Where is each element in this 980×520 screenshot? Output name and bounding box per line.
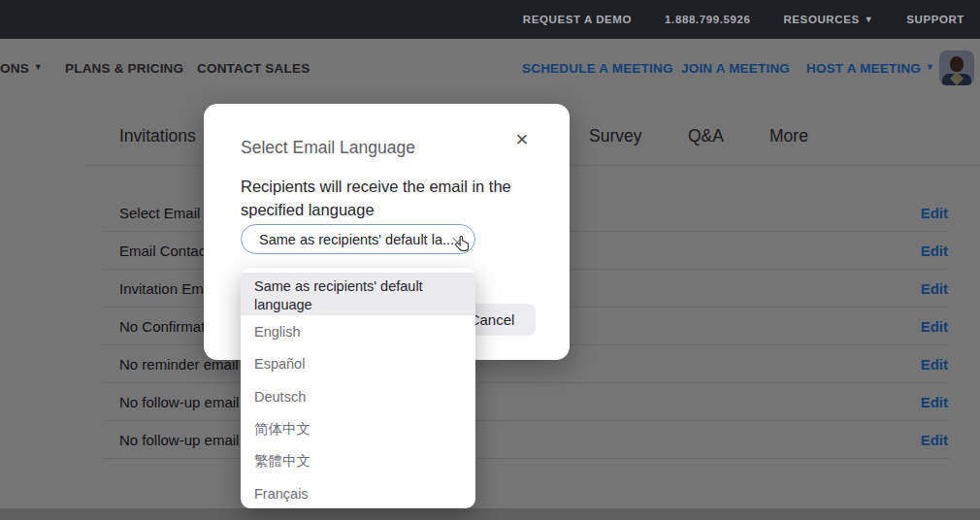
close-icon[interactable]: × [509,128,535,153]
option-label: Same as recipients' default language [254,275,462,314]
dropdown-option[interactable]: 简体中文 [241,413,475,446]
phone-number: 1.888.799.5926 [665,14,750,25]
dropdown-option[interactable]: Español [241,348,475,381]
chevron-down-icon: ▼ [865,15,874,24]
top-utility-bar: REQUEST A DEMO 1.888.799.5926 RESOURCES▼… [0,0,980,39]
request-demo-link[interactable]: REQUEST A DEMO [523,14,632,25]
dropdown-option[interactable]: English [241,315,475,348]
language-select[interactable]: Same as recipients' default la... [241,224,475,254]
dropdown-option[interactable]: 繁體中文 [241,445,475,478]
dialog-title: Select Email Language [241,138,415,158]
resources-menu[interactable]: RESOURCES▼ [783,14,873,25]
resources-label: RESOURCES [783,14,859,25]
dropdown-option[interactable]: Deutsch [241,380,475,413]
dropdown-option[interactable]: Français [241,478,475,509]
screen: REQUEST A DEMO 1.888.799.5926 RESOURCES▼… [0,0,980,520]
language-dropdown-list: Same as recipients' default language Eng… [241,268,475,508]
dropdown-option-selected[interactable]: Same as recipients' default language [241,273,475,315]
support-link[interactable]: SUPPORT [906,14,964,25]
language-select-value: Same as recipients' default la... [242,232,454,247]
dialog-description: Recipients will receive the email in the… [241,176,546,222]
